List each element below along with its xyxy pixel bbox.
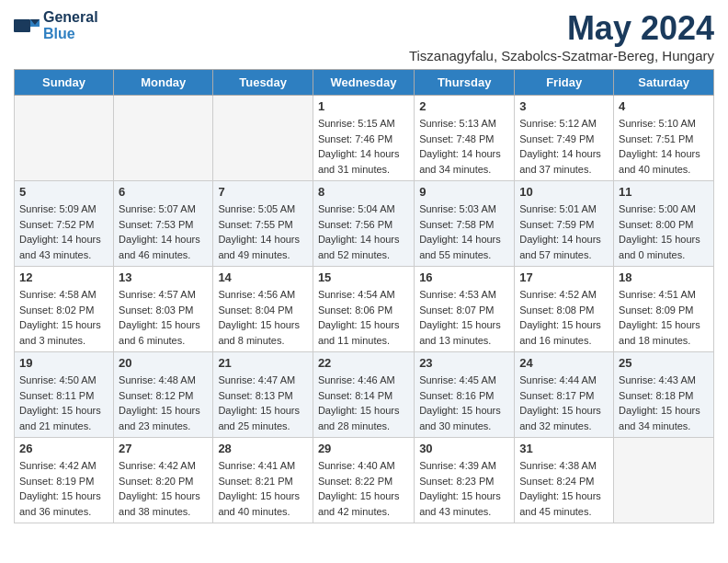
col-sunday: Sunday bbox=[15, 70, 114, 96]
day-info: Sunrise: 4:58 AMSunset: 8:02 PMDaylight:… bbox=[19, 287, 108, 348]
table-row: 21Sunrise: 4:47 AMSunset: 8:13 PMDayligh… bbox=[213, 352, 313, 438]
table-row bbox=[114, 96, 213, 181]
day-info: Sunrise: 4:51 AMSunset: 8:09 PMDaylight:… bbox=[619, 287, 709, 348]
table-row: 31Sunrise: 4:38 AMSunset: 8:24 PMDayligh… bbox=[515, 438, 614, 523]
day-info: Sunrise: 5:09 AMSunset: 7:52 PMDaylight:… bbox=[19, 201, 108, 262]
table-row: 3Sunrise: 5:12 AMSunset: 7:49 PMDaylight… bbox=[515, 96, 614, 181]
table-row: 13Sunrise: 4:57 AMSunset: 8:03 PMDayligh… bbox=[114, 267, 213, 352]
col-saturday: Saturday bbox=[614, 70, 714, 96]
day-number: 17 bbox=[519, 270, 609, 284]
page: General Blue May 2024 Tiszanagyfalu, Sza… bbox=[0, 0, 728, 533]
col-thursday: Thursday bbox=[415, 70, 515, 96]
table-row: 8Sunrise: 5:04 AMSunset: 7:56 PMDaylight… bbox=[313, 181, 414, 267]
calendar-week-row: 5Sunrise: 5:09 AMSunset: 7:52 PMDaylight… bbox=[15, 181, 714, 267]
calendar-week-row: 12Sunrise: 4:58 AMSunset: 8:02 PMDayligh… bbox=[15, 267, 714, 352]
day-info: Sunrise: 4:41 AMSunset: 8:21 PMDaylight:… bbox=[218, 458, 308, 519]
day-number: 9 bbox=[419, 185, 509, 199]
day-info: Sunrise: 5:04 AMSunset: 7:56 PMDaylight:… bbox=[318, 201, 409, 262]
day-number: 25 bbox=[619, 356, 709, 370]
day-info: Sunrise: 4:42 AMSunset: 8:19 PMDaylight:… bbox=[19, 458, 108, 519]
table-row: 18Sunrise: 4:51 AMSunset: 8:09 PMDayligh… bbox=[614, 267, 714, 352]
day-info: Sunrise: 5:15 AMSunset: 7:46 PMDaylight:… bbox=[318, 116, 409, 177]
day-number: 23 bbox=[419, 356, 509, 370]
day-number: 11 bbox=[619, 185, 709, 199]
day-info: Sunrise: 4:57 AMSunset: 8:03 PMDaylight:… bbox=[119, 287, 208, 348]
day-number: 2 bbox=[419, 99, 509, 113]
day-number: 31 bbox=[519, 442, 609, 455]
col-tuesday: Tuesday bbox=[213, 70, 313, 96]
day-number: 12 bbox=[19, 270, 108, 284]
day-info: Sunrise: 4:54 AMSunset: 8:06 PMDaylight:… bbox=[318, 287, 409, 348]
day-info: Sunrise: 5:10 AMSunset: 7:51 PMDaylight:… bbox=[619, 116, 709, 177]
day-number: 19 bbox=[19, 356, 108, 370]
table-row: 9Sunrise: 5:03 AMSunset: 7:58 PMDaylight… bbox=[415, 181, 515, 267]
day-number: 13 bbox=[119, 270, 208, 284]
day-number: 15 bbox=[318, 270, 409, 284]
table-row: 28Sunrise: 4:41 AMSunset: 8:21 PMDayligh… bbox=[213, 438, 313, 523]
day-info: Sunrise: 4:39 AMSunset: 8:23 PMDaylight:… bbox=[419, 458, 509, 519]
table-row: 23Sunrise: 4:45 AMSunset: 8:16 PMDayligh… bbox=[415, 352, 515, 438]
day-number: 26 bbox=[19, 442, 108, 455]
location: Tiszanagyfalu, Szabolcs-Szatmar-Bereg, H… bbox=[409, 48, 714, 63]
day-info: Sunrise: 4:48 AMSunset: 8:12 PMDaylight:… bbox=[119, 373, 208, 433]
table-row: 30Sunrise: 4:39 AMSunset: 8:23 PMDayligh… bbox=[415, 438, 515, 523]
day-info: Sunrise: 5:05 AMSunset: 7:55 PMDaylight:… bbox=[218, 201, 308, 262]
day-number: 21 bbox=[218, 356, 308, 370]
col-wednesday: Wednesday bbox=[313, 70, 414, 96]
day-info: Sunrise: 5:13 AMSunset: 7:48 PMDaylight:… bbox=[419, 116, 509, 177]
table-row: 17Sunrise: 4:52 AMSunset: 8:08 PMDayligh… bbox=[515, 267, 614, 352]
table-row: 15Sunrise: 4:54 AMSunset: 8:06 PMDayligh… bbox=[313, 267, 414, 352]
table-row bbox=[15, 96, 114, 181]
col-monday: Monday bbox=[114, 70, 213, 96]
table-row: 14Sunrise: 4:56 AMSunset: 8:04 PMDayligh… bbox=[213, 267, 313, 352]
day-number: 16 bbox=[419, 270, 509, 284]
day-number: 18 bbox=[619, 270, 709, 284]
table-row: 10Sunrise: 5:01 AMSunset: 7:59 PMDayligh… bbox=[515, 181, 614, 267]
day-info: Sunrise: 5:12 AMSunset: 7:49 PMDaylight:… bbox=[519, 116, 609, 177]
logo-icon bbox=[14, 16, 41, 36]
day-info: Sunrise: 4:43 AMSunset: 8:18 PMDaylight:… bbox=[619, 373, 709, 433]
logo: General Blue bbox=[14, 9, 98, 41]
day-info: Sunrise: 4:40 AMSunset: 8:22 PMDaylight:… bbox=[318, 458, 409, 519]
day-info: Sunrise: 4:53 AMSunset: 8:07 PMDaylight:… bbox=[419, 287, 509, 348]
day-info: Sunrise: 4:38 AMSunset: 8:24 PMDaylight:… bbox=[519, 458, 609, 519]
day-number: 29 bbox=[318, 442, 409, 455]
day-number: 8 bbox=[318, 185, 409, 199]
day-number: 28 bbox=[218, 442, 308, 455]
day-number: 1 bbox=[318, 99, 409, 113]
table-row: 26Sunrise: 4:42 AMSunset: 8:19 PMDayligh… bbox=[15, 438, 114, 523]
col-friday: Friday bbox=[515, 70, 614, 96]
day-info: Sunrise: 4:44 AMSunset: 8:17 PMDaylight:… bbox=[519, 373, 609, 433]
header: General Blue May 2024 Tiszanagyfalu, Sza… bbox=[14, 9, 714, 63]
table-row: 20Sunrise: 4:48 AMSunset: 8:12 PMDayligh… bbox=[114, 352, 213, 438]
day-info: Sunrise: 4:46 AMSunset: 8:14 PMDaylight:… bbox=[318, 373, 409, 433]
day-number: 6 bbox=[119, 185, 208, 199]
table-row: 4Sunrise: 5:10 AMSunset: 7:51 PMDaylight… bbox=[614, 96, 714, 181]
day-info: Sunrise: 5:07 AMSunset: 7:53 PMDaylight:… bbox=[119, 201, 208, 262]
day-number: 22 bbox=[318, 356, 409, 370]
table-row: 29Sunrise: 4:40 AMSunset: 8:22 PMDayligh… bbox=[313, 438, 414, 523]
day-number: 5 bbox=[19, 185, 108, 199]
table-row: 27Sunrise: 4:42 AMSunset: 8:20 PMDayligh… bbox=[114, 438, 213, 523]
day-number: 30 bbox=[419, 442, 509, 455]
day-info: Sunrise: 5:00 AMSunset: 8:00 PMDaylight:… bbox=[619, 201, 709, 262]
day-number: 10 bbox=[519, 185, 609, 199]
day-info: Sunrise: 4:52 AMSunset: 8:08 PMDaylight:… bbox=[519, 287, 609, 348]
table-row: 6Sunrise: 5:07 AMSunset: 7:53 PMDaylight… bbox=[114, 181, 213, 267]
day-info: Sunrise: 5:01 AMSunset: 7:59 PMDaylight:… bbox=[519, 201, 609, 262]
table-row: 5Sunrise: 5:09 AMSunset: 7:52 PMDaylight… bbox=[15, 181, 114, 267]
calendar-table: Sunday Monday Tuesday Wednesday Thursday… bbox=[14, 69, 714, 523]
logo-blue: Blue bbox=[43, 26, 98, 42]
day-number: 14 bbox=[218, 270, 308, 284]
table-row: 22Sunrise: 4:46 AMSunset: 8:14 PMDayligh… bbox=[313, 352, 414, 438]
table-row: 1Sunrise: 5:15 AMSunset: 7:46 PMDaylight… bbox=[313, 96, 414, 181]
day-number: 27 bbox=[119, 442, 208, 455]
day-number: 4 bbox=[619, 99, 709, 113]
table-row: 16Sunrise: 4:53 AMSunset: 8:07 PMDayligh… bbox=[415, 267, 515, 352]
day-number: 20 bbox=[119, 356, 208, 370]
day-info: Sunrise: 4:47 AMSunset: 8:13 PMDaylight:… bbox=[218, 373, 308, 433]
day-number: 7 bbox=[218, 185, 308, 199]
table-row: 24Sunrise: 4:44 AMSunset: 8:17 PMDayligh… bbox=[515, 352, 614, 438]
day-number: 24 bbox=[519, 356, 609, 370]
calendar-week-row: 1Sunrise: 5:15 AMSunset: 7:46 PMDaylight… bbox=[15, 96, 714, 181]
